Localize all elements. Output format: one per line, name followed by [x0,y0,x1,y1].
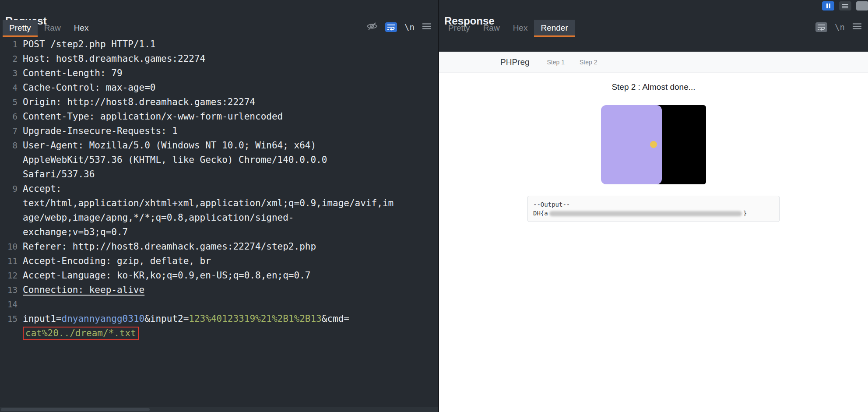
request-line: 2Host: host8.dreamhack.games:22274 [0,52,438,66]
line-number: 9 [0,182,18,239]
request-line: 7Upgrade-Insecure-Requests: 1 [0,124,438,138]
line-content: Cache-Control: max-age=0 [23,81,395,95]
door-dark-background [657,105,706,184]
intercept-pause-button[interactable] [822,1,834,11]
editor-menu-icon[interactable] [852,23,862,32]
output-box: --Output-- DH{a} [527,196,780,222]
request-line: 15input1=dnyannyangg0310&input2=123%4012… [0,312,438,341]
line-number: 6 [0,109,18,124]
flag-prefix: DH{a [533,210,548,217]
line-number: 11 [0,254,18,268]
tab-pretty[interactable]: Pretty [442,20,477,37]
request-toolbar: \n [366,18,432,37]
more-options-button[interactable] [856,1,868,11]
tab-raw[interactable]: Raw [38,20,67,37]
render-heading: Step 2 : Almost done... [439,82,868,92]
line-number: 1 [0,37,18,52]
tab-render[interactable]: Render [534,20,574,37]
request-tabbar: PrettyRawHex \n [0,18,438,37]
request-panel-title: Request [0,0,438,18]
request-line: 4Cache-Control: max-age=0 [0,81,438,95]
line-number: 12 [0,268,18,283]
request-panel: Request PrettyRawHex [0,0,438,412]
redacted-flag [549,211,742,216]
tab-hex[interactable]: Hex [67,20,95,37]
line-content: Content-Type: application/x-www-form-url… [23,109,395,124]
output-label: --Output-- [533,200,774,209]
line-content: Origin: http://host8.dreamhack.games:222… [23,95,395,109]
rendered-response: PHPreg Step 1Step 2 Step 2 : Almost done… [439,52,868,412]
response-tabs: PrettyRawHexRender [442,18,575,37]
line-content: Upgrade-Insecure-Requests: 1 [23,124,395,138]
show-newlines-icon[interactable]: \n [835,22,845,32]
line-content: Host: host8.dreamhack.games:22274 [23,52,395,66]
line-number: 3 [0,66,18,81]
request-tabs: PrettyRawHex [3,18,95,37]
hide-comments-icon[interactable] [366,22,378,32]
request-line: 6Content-Type: application/x-www-form-ur… [0,109,438,124]
line-content: POST /step2.php HTTP/1.1 [23,37,395,52]
request-line: 10Referer: http://host8.dreamhack.games:… [0,239,438,254]
nav-links: Step 1Step 2 [547,59,597,66]
response-panel: Response PrettyRawHexRender \n [439,0,868,412]
tab-raw[interactable]: Raw [477,20,506,37]
line-number: 7 [0,124,18,138]
line-content: Accept: text/html,application/xhtml+xml,… [23,182,395,239]
scrollbar-thumb[interactable] [1,408,150,411]
word-wrap-icon[interactable] [385,22,397,32]
flag-suffix: } [743,210,747,217]
line-number: 15 [0,312,18,341]
rendered-navbar: PHPreg Step 1Step 2 [439,52,868,73]
highlighted-payload: cat%20../dream/*.txt [23,327,139,340]
response-toolbar: \n [815,18,862,37]
horizontal-scrollbar[interactable] [0,407,438,412]
show-newlines-icon[interactable]: \n [404,22,415,32]
door-knob [650,141,657,148]
line-number: 4 [0,81,18,95]
line-content [23,297,395,312]
layout-button[interactable] [839,1,851,11]
request-line: 11Accept-Encoding: gzip, deflate, br [0,254,438,268]
line-content: Referer: http://host8.dreamhack.games:22… [23,239,395,254]
line-number: 14 [0,297,18,312]
request-line: 5Origin: http://host8.dreamhack.games:22… [0,95,438,109]
line-number: 2 [0,52,18,66]
request-line: 14 [0,297,438,312]
line-content: Connection: keep-alive [23,283,395,297]
response-tabbar: PrettyRawHexRender \n [439,18,868,37]
nav-brand[interactable]: PHPreg [500,57,530,67]
tab-hex[interactable]: Hex [506,20,534,37]
response-panel-title: Response [439,0,868,18]
window-controls [822,1,868,11]
request-line: 12Accept-Language: ko-KR,ko;q=0.9,en-US;… [0,268,438,283]
request-line: 13Connection: keep-alive [0,283,438,297]
nav-link-step-2[interactable]: Step 2 [580,59,597,66]
request-line: 1POST /step2.php HTTP/1.1 [0,37,438,52]
door-image [601,105,706,184]
line-content: Content-Length: 79 [23,66,395,81]
flag-line: DH{a} [533,209,774,218]
line-number: 8 [0,138,18,182]
word-wrap-icon[interactable] [815,22,827,32]
line-number: 5 [0,95,18,109]
line-number: 10 [0,239,18,254]
line-content: input1=dnyannyangg0310&input2=123%401233… [23,312,395,341]
line-number: 13 [0,283,18,297]
line-content: Accept-Language: ko-KR,ko;q=0.9,en-US;q=… [23,268,395,283]
nav-link-step-1[interactable]: Step 1 [547,59,565,66]
tab-pretty[interactable]: Pretty [3,20,38,37]
line-content: User-Agent: Mozilla/5.0 (Windows NT 10.0… [23,138,395,182]
editor-menu-icon[interactable] [422,23,432,32]
request-line: 3Content-Length: 79 [0,66,438,81]
request-editor[interactable]: 1POST /step2.php HTTP/1.12Host: host8.dr… [0,37,438,341]
request-line: 9Accept: text/html,application/xhtml+xml… [0,182,438,239]
request-line: 8User-Agent: Mozilla/5.0 (Windows NT 10.… [0,138,438,182]
line-content: Accept-Encoding: gzip, deflate, br [23,254,395,268]
